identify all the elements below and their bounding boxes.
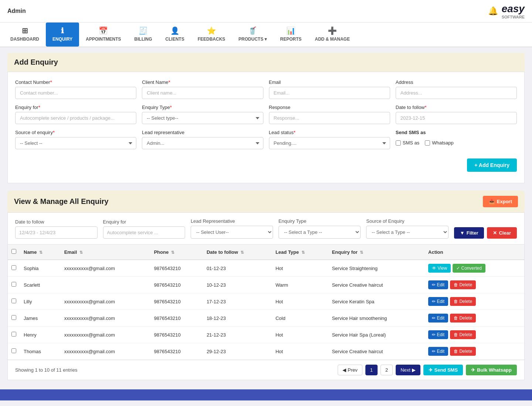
- whatsapp-option[interactable]: Whatsapp: [425, 140, 454, 146]
- table-row: Sophiaxxxxxxxxxx@gmail.com987654321001-1…: [8, 260, 524, 277]
- nav-reports[interactable]: 📊 REPORTS: [273, 23, 308, 47]
- filter-lead-rep-select[interactable]: -- Select User--: [191, 226, 273, 239]
- enquiry-for-label: Enquiry for*: [15, 105, 136, 110]
- cell-phone-2: 9876543210: [150, 293, 203, 310]
- address-input[interactable]: [396, 87, 517, 99]
- cell-lead_type-1: Warm: [272, 277, 328, 293]
- filter-button[interactable]: ▼ Filter: [454, 227, 484, 239]
- add-enquiry-form: Contact Number* Client Name* Email Addre…: [7, 72, 525, 183]
- cell-lead_type-5: Hot: [272, 343, 328, 360]
- delete-button[interactable]: 🗑 Delete: [450, 297, 476, 306]
- filter-area: Date to follow Enquiry for Lead Represen…: [7, 212, 525, 245]
- add-enquiry-button[interactable]: + Add Enquiry: [467, 158, 517, 172]
- whatsapp-checkbox[interactable]: [425, 140, 430, 146]
- row-checkbox-3[interactable]: [11, 315, 16, 320]
- nav-billing-label: BILLING: [134, 37, 152, 42]
- col-phone[interactable]: Phone ⇅: [150, 245, 203, 260]
- nav-clients[interactable]: 👤 CLIENTS: [159, 23, 191, 47]
- form-row-1: Contact Number* Client Name* Email Addre…: [15, 79, 517, 99]
- edit-button[interactable]: ✏ Edit: [428, 347, 448, 356]
- select-all-checkbox[interactable]: [11, 249, 16, 254]
- filter-enquiry-for-input[interactable]: [103, 226, 185, 239]
- row-checkbox-0[interactable]: [11, 265, 16, 270]
- table-row: Thomasxxxxxxxxxx@gmail.com987654321029-1…: [8, 343, 524, 360]
- lead-status-select[interactable]: Pending....: [269, 137, 390, 149]
- filter-lead-rep-label: Lead Representative: [191, 218, 273, 224]
- filter-source-select[interactable]: -- Select a Type --: [366, 226, 449, 239]
- col-enquiry-for[interactable]: Enquiry for ⇅: [328, 245, 424, 260]
- sms-options: SMS as Whatsapp: [396, 140, 517, 146]
- cell-name-0: Sophia: [20, 260, 61, 277]
- client-name-input[interactable]: [142, 87, 263, 99]
- cell-phone-1: 9876543210: [150, 277, 203, 293]
- cell-enquiry_for-3: Service Hair smoothening: [328, 310, 424, 327]
- page-2-button[interactable]: 2: [381, 365, 393, 375]
- converted-button[interactable]: ✓ Converted: [453, 264, 485, 273]
- col-email[interactable]: Email ⇅: [61, 245, 150, 260]
- filter-enquiry-type-select[interactable]: -- Select a Type --: [279, 226, 361, 239]
- form-actions: + Add Enquiry: [15, 155, 517, 175]
- feedbacks-icon: ⭐: [207, 26, 216, 35]
- name-sort-icon: ⇅: [39, 250, 42, 255]
- action-buttons: ✏ Edit🗑 Delete: [428, 297, 521, 306]
- nav-dashboard[interactable]: ⊞ DASHBOARD: [4, 23, 46, 47]
- edit-button[interactable]: ✏ Edit: [428, 314, 448, 323]
- filter-date-input[interactable]: [15, 226, 98, 239]
- add-enquiry-title: Add Enquiry: [14, 58, 518, 66]
- view-button[interactable]: 👁 View: [428, 264, 451, 273]
- bell-icon[interactable]: 🔔: [488, 6, 498, 16]
- nav-products[interactable]: 🥤 PRODUCTS ▾: [232, 23, 274, 47]
- enquiry-type-select[interactable]: -- Select type--: [142, 112, 263, 124]
- sms-as-option[interactable]: SMS as: [396, 140, 420, 146]
- row-checkbox-2[interactable]: [11, 298, 16, 303]
- top-header: Admin 🔔 easy SOFTWARE: [0, 0, 532, 23]
- delete-button[interactable]: 🗑 Delete: [450, 347, 476, 356]
- cell-phone-4: 9876543210: [150, 327, 203, 343]
- send-sms-button[interactable]: ✈ Send SMS: [423, 365, 463, 375]
- response-input[interactable]: [269, 112, 390, 124]
- col-lead-type[interactable]: Lead Type ⇅: [272, 245, 328, 260]
- action-cell-1: ✏ Edit🗑 Delete: [424, 277, 524, 293]
- lead-rep-label: Lead representative: [142, 130, 263, 135]
- cell-enquiry_for-1: Service Creative haircut: [328, 277, 424, 293]
- add-manage-icon: ➕: [328, 26, 337, 35]
- edit-button[interactable]: ✏ Edit: [428, 297, 448, 306]
- source-enquiry-select[interactable]: -- Select --: [15, 137, 136, 149]
- contact-number-input[interactable]: [15, 87, 136, 99]
- next-page-button[interactable]: Next ▶: [396, 365, 420, 375]
- add-enquiry-section: Add Enquiry Contact Number* Client Name*: [7, 53, 525, 183]
- delete-button[interactable]: 🗑 Delete: [450, 314, 476, 323]
- col-name[interactable]: Name ⇅: [20, 245, 61, 260]
- cell-name-2: Lilly: [20, 293, 61, 310]
- nav-appointments[interactable]: 📅 APPOINTMENTS: [79, 23, 127, 47]
- date-to-follow-input[interactable]: [396, 112, 517, 124]
- col-date-to-follow[interactable]: Date to follow ⇅: [203, 245, 272, 260]
- delete-button[interactable]: 🗑 Delete: [450, 330, 476, 339]
- bulk-whatsapp-button[interactable]: ✈ Bulk Whatsapp: [466, 365, 517, 375]
- nav-billing[interactable]: 🧾 BILLING: [128, 23, 159, 47]
- delete-button[interactable]: 🗑 Delete: [450, 280, 476, 289]
- row-checkbox-4[interactable]: [11, 332, 16, 337]
- table-row: Lillyxxxxxxxxxx@gmail.com987654321017-12…: [8, 293, 524, 310]
- logo-text: easy SOFTWARE: [502, 3, 525, 19]
- email-input[interactable]: [269, 87, 390, 99]
- cell-email-2: xxxxxxxxxx@gmail.com: [61, 293, 150, 310]
- lead-status-label: Lead status*: [269, 130, 390, 135]
- row-checkbox-1[interactable]: [11, 282, 16, 287]
- edit-button[interactable]: ✏ Edit: [428, 280, 448, 289]
- enquiry-for-input[interactable]: [15, 112, 136, 124]
- lead-rep-group: Lead representative Admin...: [142, 130, 263, 149]
- nav-feedbacks[interactable]: ⭐ FEEDBACKS: [191, 23, 232, 47]
- edit-button[interactable]: ✏ Edit: [428, 330, 448, 339]
- cell-phone-0: 9876543210: [150, 260, 203, 277]
- lead-rep-select[interactable]: Admin...: [142, 137, 263, 149]
- nav-add-manage[interactable]: ➕ ADD & MANAGE: [308, 23, 357, 47]
- enquiry-type-label: Enquiry Type*: [142, 105, 263, 110]
- clear-button[interactable]: ✕ Clear: [487, 227, 517, 239]
- nav-enquiry[interactable]: ℹ ENQUIRY: [46, 23, 79, 47]
- page-1-button[interactable]: 1: [365, 365, 378, 375]
- export-button[interactable]: 📤 Export: [483, 196, 518, 207]
- row-checkbox-5[interactable]: [11, 348, 16, 353]
- prev-button[interactable]: ◀ Prev: [338, 365, 362, 375]
- sms-as-checkbox[interactable]: [396, 140, 401, 146]
